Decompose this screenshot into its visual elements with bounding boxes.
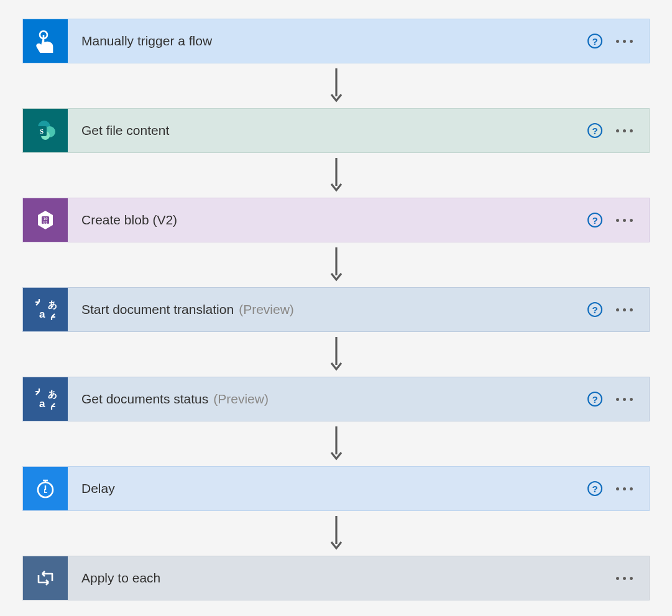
step-label: Get documents status (Preview) — [68, 392, 587, 407]
step-label: Apply to each — [68, 571, 616, 586]
help-icon[interactable]: ? — [587, 34, 602, 48]
step-actions: ? — [587, 213, 649, 228]
arrow-connector — [330, 63, 343, 108]
step-label: Create blob (V2) — [68, 213, 587, 228]
more-icon[interactable] — [616, 574, 633, 582]
more-icon[interactable] — [616, 216, 633, 224]
step-actions: ? — [587, 392, 649, 407]
touch-icon — [23, 19, 68, 63]
svg-text:あ: あ — [48, 388, 57, 399]
step-actions: ? — [587, 123, 649, 138]
step-get-file-content[interactable]: S Get file content ? — [22, 108, 650, 153]
step-label-text: Apply to each — [81, 571, 160, 586]
svg-text:S: S — [40, 127, 44, 135]
blob-icon: 10 01 — [23, 198, 68, 242]
step-actions — [616, 574, 649, 582]
more-icon[interactable] — [616, 127, 633, 135]
step-label: Delay — [68, 481, 587, 496]
step-label-text: Start document translation — [81, 302, 234, 317]
step-label-suffix: (Preview) — [213, 392, 269, 407]
step-get-documents-status[interactable]: あ a Get documents status (Preview) ? — [22, 377, 650, 421]
translate-icon: あ a — [23, 377, 68, 421]
step-actions: ? — [587, 34, 649, 48]
step-label: Start document translation (Preview) — [68, 302, 587, 317]
help-icon[interactable]: ? — [587, 213, 602, 228]
arrow-connector — [330, 421, 343, 466]
step-label: Get file content — [68, 123, 587, 138]
step-apply-to-each[interactable]: Apply to each — [22, 556, 650, 600]
help-icon[interactable]: ? — [587, 392, 602, 407]
svg-text:a: a — [39, 398, 45, 410]
stopwatch-icon: L — [23, 467, 68, 510]
step-label: Manually trigger a flow — [68, 34, 587, 48]
step-actions: ? — [587, 481, 649, 496]
flow-canvas: Manually trigger a flow ? S Get file con… — [22, 19, 650, 600]
step-label-text: Get documents status — [81, 392, 208, 407]
loop-icon — [23, 556, 68, 600]
step-delay[interactable]: L Delay ? — [22, 466, 650, 511]
svg-text:01: 01 — [43, 220, 48, 224]
step-label-text: Delay — [81, 481, 115, 496]
step-label-text: Create blob (V2) — [81, 213, 177, 228]
more-icon[interactable] — [616, 37, 633, 45]
sharepoint-icon: S — [23, 109, 68, 152]
svg-text:a: a — [39, 308, 45, 320]
step-actions: ? — [587, 302, 649, 317]
translate-icon: あ a — [23, 288, 68, 331]
step-start-document-translation[interactable]: あ a Start document translation (Preview)… — [22, 287, 650, 332]
step-manually-trigger-flow[interactable]: Manually trigger a flow ? — [22, 19, 650, 63]
more-icon[interactable] — [616, 395, 633, 403]
help-icon[interactable]: ? — [587, 302, 602, 317]
arrow-connector — [330, 511, 343, 556]
arrow-connector — [330, 153, 343, 198]
svg-text:あ: あ — [48, 299, 57, 310]
step-label-text: Get file content — [81, 123, 169, 138]
step-label-text: Manually trigger a flow — [81, 34, 212, 48]
svg-text:L: L — [44, 488, 48, 494]
arrow-connector — [330, 242, 343, 287]
help-icon[interactable]: ? — [587, 123, 602, 138]
step-label-suffix: (Preview) — [239, 302, 294, 317]
help-icon[interactable]: ? — [587, 481, 602, 496]
more-icon[interactable] — [616, 485, 633, 493]
step-create-blob-v2[interactable]: 10 01 Create blob (V2) ? — [22, 198, 650, 242]
more-icon[interactable] — [616, 306, 633, 314]
arrow-connector — [330, 332, 343, 377]
